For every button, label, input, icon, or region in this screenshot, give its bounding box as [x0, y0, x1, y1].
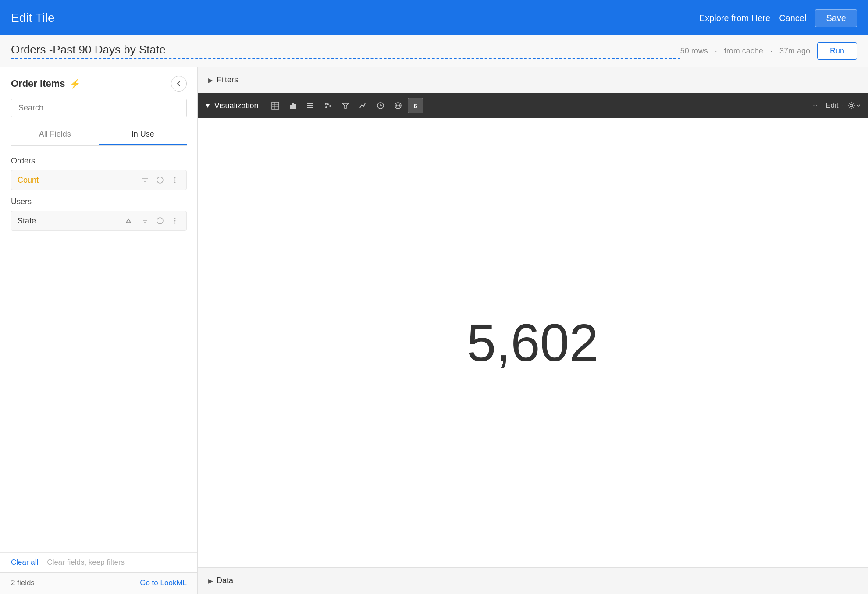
- filters-toggle[interactable]: ▶ Filters: [208, 75, 238, 85]
- clear-fields-keep-filters-link[interactable]: Clear fields, keep filters: [47, 558, 125, 567]
- data-label: Data: [217, 576, 233, 585]
- sidebar: Order Items ⚡ All Fields In Use Orders C…: [0, 67, 198, 594]
- filter-icon-state[interactable]: [140, 216, 150, 226]
- time-ago: 37m ago: [779, 46, 810, 56]
- header: Edit Tile Explore from Here Cancel Save: [0, 0, 868, 35]
- svg-point-29: [329, 105, 331, 107]
- sidebar-model-row: Order Items ⚡: [11, 76, 187, 92]
- clear-links: Clear all Clear fields, keep filters: [0, 552, 197, 572]
- fields-area: Orders Count i: [0, 146, 197, 552]
- viz-toolbar: ▼ Visualization: [198, 93, 868, 118]
- svg-point-15: [174, 220, 176, 222]
- page-title: Edit Tile: [11, 11, 699, 25]
- viz-line-chart-icon[interactable]: [355, 98, 371, 113]
- data-bar: ▶ Data: [198, 567, 868, 594]
- viz-toggle[interactable]: ▼ Visualization: [205, 101, 259, 110]
- header-actions: Explore from Here Cancel Save: [699, 9, 857, 27]
- viz-arrow-icon: ▼: [205, 102, 211, 109]
- save-button[interactable]: Save: [815, 9, 857, 27]
- group-label-users: Users: [11, 197, 187, 206]
- tab-all-fields[interactable]: All Fields: [11, 124, 99, 145]
- viz-scatter-icon[interactable]: [320, 98, 336, 113]
- cache-status: from cache: [724, 46, 763, 56]
- svg-point-7: [174, 182, 176, 183]
- sidebar-model-title: Order Items: [11, 78, 65, 89]
- viz-map-icon[interactable]: [390, 98, 406, 113]
- cancel-button[interactable]: Cancel: [779, 13, 806, 23]
- row-count: 50 rows: [680, 46, 708, 56]
- data-arrow-icon: ▶: [208, 577, 213, 584]
- separator-2: ·: [770, 46, 772, 56]
- go-to-lookml-link[interactable]: Go to LookML: [140, 579, 187, 587]
- svg-point-5: [174, 177, 176, 179]
- viz-single-value-icon[interactable]: 6: [408, 98, 423, 113]
- svg-rect-21: [290, 105, 292, 109]
- svg-rect-23: [294, 104, 296, 109]
- big-number-display: 5,602: [467, 312, 598, 373]
- viz-area: 5,602: [198, 118, 868, 567]
- viz-bar-chart-icon[interactable]: [285, 98, 301, 113]
- field-name-count: Count: [18, 176, 140, 185]
- svg-rect-17: [272, 102, 279, 109]
- filters-label: Filters: [217, 75, 238, 85]
- data-toggle[interactable]: ▶ Data: [208, 576, 233, 585]
- pivot-icon-state[interactable]: [123, 216, 134, 226]
- svg-text:i: i: [160, 178, 160, 183]
- more-icon-count[interactable]: [170, 175, 180, 185]
- group-label-orders: Orders: [11, 156, 187, 166]
- field-row-count: Count i: [11, 170, 187, 190]
- svg-point-6: [174, 180, 176, 181]
- viz-list-icon[interactable]: [302, 98, 318, 113]
- info-icon-count[interactable]: i: [155, 175, 165, 185]
- more-icon-state[interactable]: [170, 216, 180, 226]
- field-icons-count: i: [140, 175, 180, 185]
- main-content: Order Items ⚡ All Fields In Use Orders C…: [0, 67, 868, 594]
- svg-point-27: [325, 106, 327, 108]
- explore-from-here-button[interactable]: Explore from Here: [699, 13, 770, 23]
- viz-settings-button[interactable]: [847, 102, 861, 110]
- viz-funnel-icon[interactable]: [338, 98, 353, 113]
- viz-more-icon[interactable]: ···: [807, 102, 822, 110]
- back-button[interactable]: [171, 76, 187, 92]
- viz-icons: 6: [267, 98, 807, 113]
- viz-timeline-icon[interactable]: [373, 98, 388, 113]
- viz-label: Visualization: [214, 101, 259, 110]
- info-icon-state[interactable]: i: [155, 216, 165, 226]
- filter-icon-count[interactable]: [140, 175, 150, 185]
- field-icons-state: i: [123, 216, 180, 226]
- viz-table-icon[interactable]: [267, 98, 283, 113]
- query-meta: 50 rows · from cache · 37m ago Run: [680, 42, 857, 60]
- field-tabs: All Fields In Use: [11, 124, 187, 146]
- search-input[interactable]: [11, 99, 187, 117]
- right-panel: ▶ Filters ▼ Visualization: [198, 67, 868, 594]
- sidebar-header: Order Items ⚡ All Fields In Use: [0, 67, 197, 146]
- filters-arrow-icon: ▶: [208, 77, 213, 84]
- query-title: Orders -Past 90 Days by State: [11, 43, 680, 59]
- svg-point-38: [850, 104, 853, 107]
- separator-1: ·: [715, 46, 717, 56]
- run-button[interactable]: Run: [817, 42, 857, 60]
- lightning-icon: ⚡: [70, 78, 81, 89]
- fields-count: 2 fields: [11, 579, 35, 587]
- svg-point-30: [325, 103, 327, 105]
- filters-bar: ▶ Filters: [198, 67, 868, 93]
- svg-point-14: [174, 218, 176, 219]
- svg-point-28: [327, 103, 329, 105]
- svg-rect-22: [292, 103, 294, 109]
- field-name-state: State: [18, 216, 123, 226]
- svg-point-16: [174, 223, 176, 224]
- gear-icon: [847, 102, 855, 110]
- app-container: Edit Tile Explore from Here Cancel Save …: [0, 0, 868, 594]
- clear-all-link[interactable]: Clear all: [11, 558, 38, 567]
- viz-edit-button[interactable]: Edit: [825, 101, 838, 110]
- sidebar-footer: 2 fields Go to LookML: [0, 572, 197, 594]
- field-row-state: State i: [11, 211, 187, 231]
- chevron-left-icon: [176, 81, 182, 87]
- chevron-down-icon: [856, 103, 861, 108]
- query-bar: Orders -Past 90 Days by State 50 rows · …: [0, 35, 868, 67]
- svg-text:i: i: [160, 219, 160, 223]
- tab-in-use[interactable]: In Use: [99, 124, 187, 145]
